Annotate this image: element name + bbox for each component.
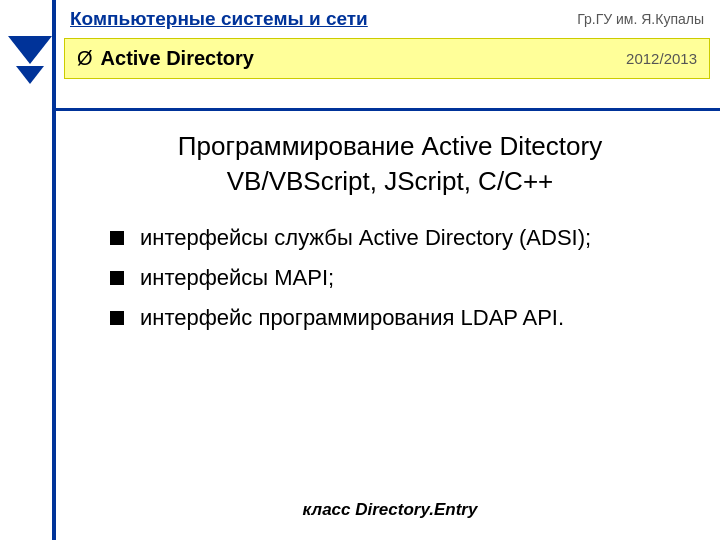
header: Компьютерные системы и сети Гр.ГУ им. Я.… bbox=[60, 0, 720, 110]
header-top-row: Компьютерные системы и сети Гр.ГУ им. Я.… bbox=[60, 0, 720, 34]
triangle-icon-small bbox=[16, 66, 44, 84]
year-label: 2012/2013 bbox=[626, 50, 697, 67]
list-item-text: интерфейсы службы Active Directory (ADSI… bbox=[140, 225, 591, 251]
footer: класс Directory.Entry bbox=[60, 500, 720, 520]
left-decoration bbox=[0, 0, 60, 120]
main-heading: Программирование Active Ditectory bbox=[80, 131, 700, 162]
topic-arrow: Ø bbox=[77, 47, 93, 70]
bullet-icon bbox=[110, 271, 124, 285]
bullet-list: интерфейсы службы Active Directory (ADSI… bbox=[80, 225, 700, 331]
list-item-text: интерфейсы MAPI; bbox=[140, 265, 334, 291]
list-item: интерфейсы службы Active Directory (ADSI… bbox=[110, 225, 700, 251]
sub-heading: VB/VBScript, JScript, C/C++ bbox=[80, 166, 700, 197]
list-item: интерфейсы MAPI; bbox=[110, 265, 700, 291]
topic-bar-left: Ø Active Directory bbox=[77, 47, 254, 70]
list-item-text: интерфейс программирования LDAP API. bbox=[140, 305, 564, 331]
header-underline bbox=[56, 108, 720, 111]
course-title: Компьютерные системы и сети bbox=[70, 8, 368, 30]
bullet-icon bbox=[110, 311, 124, 325]
topic-bar: Ø Active Directory 2012/2013 bbox=[64, 38, 710, 79]
bullet-icon bbox=[110, 231, 124, 245]
university-info: Гр.ГУ им. Я.Купалы bbox=[577, 11, 704, 27]
triangle-icon-large bbox=[8, 36, 52, 64]
main-content: Программирование Active Ditectory VB/VBS… bbox=[60, 115, 720, 345]
footer-text: класс Directory.Entry bbox=[303, 500, 478, 519]
list-item: интерфейс программирования LDAP API. bbox=[110, 305, 700, 331]
left-vertical-bar bbox=[52, 0, 56, 540]
topic-label: Active Directory bbox=[101, 47, 254, 70]
